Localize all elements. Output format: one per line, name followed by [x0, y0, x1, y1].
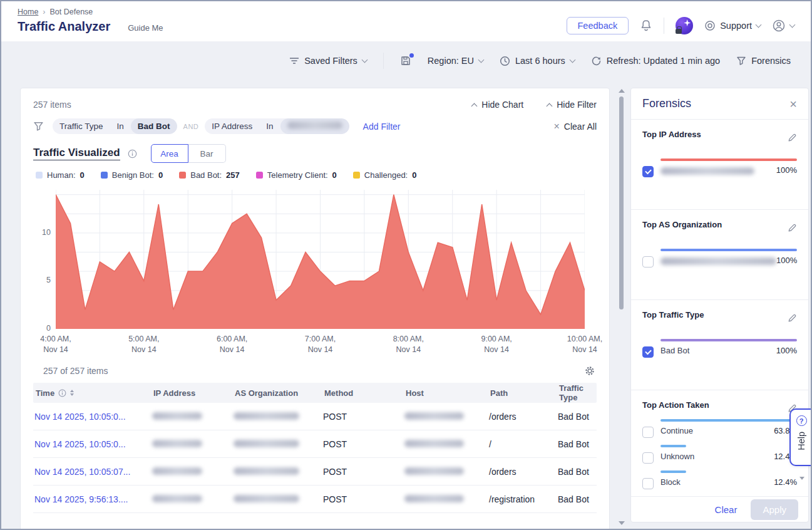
redacted-cell: [404, 439, 489, 449]
row-path: /orders: [489, 412, 558, 422]
account-menu[interactable]: [772, 19, 794, 33]
main-scrollbar[interactable]: [617, 89, 626, 525]
ai-assistant-icon[interactable]: [676, 17, 693, 34]
redacted-cell: [152, 494, 234, 504]
forensics-item-checkbox[interactable]: [642, 452, 654, 464]
saved-filters-menu[interactable]: Saved Filters: [289, 56, 367, 66]
forensics-label-row: Continue63.8%: [660, 426, 797, 435]
save-filter-button[interactable]: [400, 55, 411, 66]
info-icon[interactable]: [128, 149, 137, 158]
row-time-link[interactable]: Nov 14 2025, 10:05:07...: [34, 467, 152, 477]
redacted-value: [152, 412, 202, 420]
close-icon[interactable]: ×: [789, 98, 797, 110]
help-tab[interactable]: ? Help: [789, 408, 812, 466]
legend-item[interactable]: Telemetry Client: 0: [256, 170, 337, 180]
area-chart-canvas: [56, 190, 585, 329]
region-selector[interactable]: Region: EU: [428, 56, 483, 66]
table-row[interactable]: Nov 14 2025, 9:56:13....POST/registratio…: [33, 486, 597, 513]
forensics-apply-button[interactable]: Apply: [751, 499, 798, 520]
legend-count: 0: [80, 170, 85, 180]
forensics-item: Bad Bot100%: [642, 339, 797, 358]
legend-count: 0: [412, 170, 416, 180]
hide-chart-button[interactable]: Hide Chart: [472, 100, 523, 110]
clear-all-button[interactable]: ×Clear All: [554, 122, 597, 132]
table-row[interactable]: Nov 14 2025, 10:05:0...POST/ordersBad Bo…: [33, 403, 597, 430]
guide-me-link[interactable]: Guide Me: [128, 23, 163, 33]
question-icon: ?: [796, 415, 807, 426]
scrollbar-thumb[interactable]: [619, 96, 624, 309]
breadcrumb-separator: ›: [43, 8, 45, 16]
forensics-item-content: 100%: [660, 249, 797, 268]
page-title: Traffic Analyzer: [18, 19, 110, 34]
forensics-item-checkbox[interactable]: [642, 478, 654, 489]
redacted-value: [404, 412, 464, 420]
row-traffic-type: Bad Bot: [558, 439, 595, 449]
forensics-item-checkbox[interactable]: [642, 346, 654, 358]
chevron-up-icon: [547, 103, 553, 110]
row-time-link[interactable]: Nov 14 2025, 10:05:0...: [34, 412, 152, 422]
scroll-down-arrow[interactable]: [619, 521, 625, 525]
legend-item[interactable]: Challenged: 0: [353, 170, 417, 180]
chart-mode-bar[interactable]: Bar: [188, 144, 226, 163]
redacted-value: [152, 440, 202, 447]
edit-pencil-icon[interactable]: [787, 222, 797, 232]
forensics-item-label: Continue: [660, 426, 693, 435]
forensics-item-checkbox[interactable]: [642, 166, 654, 177]
filter-chip-value: [280, 118, 349, 134]
add-filter-button[interactable]: Add Filter: [363, 122, 401, 132]
legend-swatch: [179, 172, 186, 179]
table-row[interactable]: Nov 14 2025, 10:05:07...POST/ordersBad B…: [33, 458, 597, 486]
forensics-section-header: Top IP Address: [642, 130, 797, 142]
feedback-button[interactable]: Feedback: [567, 17, 629, 34]
forensics-label-row: Bad Bot100%: [660, 346, 797, 355]
legend-item[interactable]: Bad Bot: 257: [179, 170, 240, 180]
legend-item[interactable]: Benign Bot: 0: [101, 170, 163, 180]
forensics-item-content: 100%: [660, 158, 797, 177]
edit-pencil-icon[interactable]: [787, 313, 797, 323]
redacted-value: [287, 122, 342, 129]
toolbar-divider: [383, 53, 384, 69]
legend-item[interactable]: Human: 0: [36, 170, 85, 180]
forensics-item: 100%: [642, 158, 797, 177]
forensics-section-header: Top AS Organization: [642, 220, 797, 232]
column-header-as-organization: AS Organization: [234, 388, 323, 398]
forensics-toggle[interactable]: Forensics: [736, 56, 791, 66]
filter-chip[interactable]: Traffic TypeInBad Bot: [53, 118, 177, 134]
forensics-item-label: Unknown: [660, 452, 694, 461]
row-time-link[interactable]: Nov 14 2025, 9:56:13....: [34, 494, 152, 504]
table-summary: 257 of 257 items: [43, 366, 108, 376]
bell-icon[interactable]: [640, 19, 652, 33]
legend-swatch: [36, 172, 43, 179]
filter-chip[interactable]: IP AddressIn: [205, 118, 349, 134]
forensics-section-title: Top AS Organization: [642, 220, 722, 229]
traffic-area-chart: 0510 4:00 AM,Nov 145:00 AM,Nov 146:00 AM…: [33, 190, 597, 356]
sort-toggle[interactable]: [70, 390, 74, 396]
time-range-selector[interactable]: Last 6 hours: [500, 56, 575, 66]
support-menu[interactable]: Support: [704, 20, 761, 31]
gear-icon[interactable]: [584, 365, 595, 377]
forensics-item-pct: 100%: [776, 165, 797, 175]
forensics-clear-button[interactable]: Clear: [715, 504, 737, 515]
forensics-item-checkbox[interactable]: [642, 256, 654, 268]
edit-pencil-icon[interactable]: [787, 132, 797, 142]
table-row[interactable]: Nov 14 2025, 10:05:0...POST/Bad Bot: [33, 430, 597, 458]
hide-filter-button[interactable]: Hide Filter: [547, 100, 597, 110]
row-method: POST: [323, 412, 404, 422]
row-time-link[interactable]: Nov 14 2025, 10:05:0...: [34, 439, 152, 449]
column-header-time[interactable]: Time: [34, 388, 152, 398]
chart-mode-area[interactable]: Area: [151, 144, 188, 163]
scroll-up-arrow[interactable]: [619, 89, 625, 93]
legend-count: 0: [158, 170, 163, 180]
refresh-button[interactable]: Refresh: Updated 1 min ago: [591, 56, 720, 66]
redacted-value: [404, 467, 464, 475]
forensics-scroll-down-arrow[interactable]: [799, 477, 804, 480]
forensics-section: Top AS Organization100%: [631, 210, 808, 300]
filter-chip-operator: In: [259, 118, 280, 134]
forensics-item-checkbox[interactable]: [642, 427, 654, 438]
forensics-items: Bad Bot100%: [642, 339, 797, 358]
forensics-label-row: Unknown12.4%: [660, 452, 797, 461]
y-axis-tick: 10: [36, 228, 51, 237]
info-icon[interactable]: [58, 389, 66, 397]
forensics-item-content: Bad Bot100%: [660, 339, 797, 358]
breadcrumb-home[interactable]: Home: [18, 8, 38, 16]
